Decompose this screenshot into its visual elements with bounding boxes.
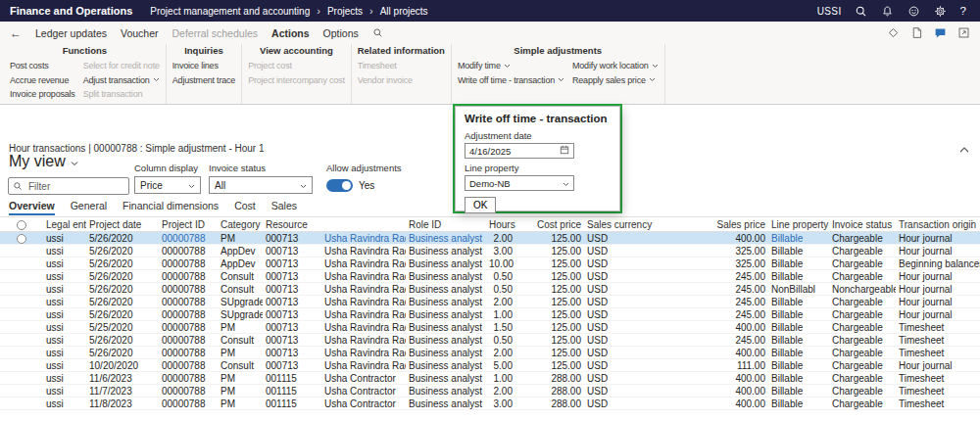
cell-role[interactable]: Business analyst (406, 398, 486, 410)
table-row[interactable]: ussi5/26/202000000788PM000713Usha Ravind… (0, 347, 980, 359)
cell-resource_name[interactable]: Usha Ravindra Rao (321, 321, 406, 334)
column-header-line_property[interactable]: Line property (768, 217, 829, 232)
row-select-circle[interactable] (17, 234, 26, 244)
cell-line_property[interactable]: Billable (768, 359, 829, 372)
tab-ledger-updates[interactable]: Ledger updates (35, 27, 107, 39)
cell-resource_name[interactable]: Usha Ravindra Rao (321, 283, 406, 296)
cell-resource_name[interactable]: Usha Ravindra Rao (321, 347, 406, 359)
row-selector[interactable] (0, 257, 43, 270)
select-all-header[interactable] (0, 217, 43, 232)
cell-resource_name[interactable]: Usha Contractor (321, 385, 406, 398)
cell-project_id[interactable]: 00000788 (159, 308, 218, 321)
settings-icon[interactable] (934, 4, 948, 18)
column-header-category[interactable]: Category (218, 217, 263, 232)
page-title[interactable]: My view (9, 153, 78, 170)
row-selector[interactable] (0, 372, 43, 385)
table-row[interactable]: ussi5/26/202000000788AppDev000713Usha Ra… (0, 245, 980, 257)
ribbon-item-reapply-sales-price[interactable]: Reapply sales price (572, 73, 659, 88)
table-row[interactable]: ussi5/26/202000000788SUpgrades000713Usha… (0, 308, 980, 321)
ribbon-item-accrue-revenue[interactable]: Accrue revenue (10, 73, 75, 88)
column-header-cost_price[interactable]: Cost price (515, 217, 584, 232)
cell-project_id[interactable]: 00000788 (159, 398, 218, 410)
column-header-resource[interactable]: Resource (263, 217, 321, 232)
column-header-project_id[interactable]: Project ID (159, 217, 218, 232)
cell-role[interactable]: Business analyst (406, 321, 486, 334)
row-selector[interactable] (0, 334, 43, 347)
filter-input[interactable] (26, 180, 124, 193)
cell-resource_name[interactable]: Usha Ravindra Rao (321, 296, 406, 308)
cell-role[interactable]: Business analyst (406, 385, 486, 398)
cell-role[interactable]: Business analyst (406, 232, 486, 245)
adjustment-date-input[interactable]: 4/16/2025 (465, 143, 574, 159)
ribbon-item-modify-time[interactable]: Modify time (458, 59, 564, 73)
grid-tab-financial-dimensions[interactable]: Financial dimensions (122, 200, 219, 215)
cell-resource_name[interactable]: Usha Ravindra Rao (321, 257, 406, 270)
cell-line_property[interactable]: Billable (768, 257, 829, 270)
cell-project_id[interactable]: 00000788 (159, 372, 218, 385)
cell-project_id[interactable]: 00000788 (159, 257, 218, 270)
allow-adjustments-toggle[interactable] (326, 179, 353, 192)
row-selector[interactable] (0, 308, 43, 321)
column-header-legal_entity[interactable]: Legal entity (43, 217, 86, 232)
select-all-circle[interactable] (17, 220, 26, 230)
cell-resource_name[interactable]: Usha Ravindra Rao (321, 232, 406, 245)
ribbon-item-post-costs[interactable]: Post costs (10, 59, 75, 73)
notifications-icon[interactable] (881, 4, 895, 18)
grid-tab-overview[interactable]: Overview (9, 200, 55, 215)
tab-actions[interactable]: Actions (271, 27, 310, 39)
breadcrumb-item-projects[interactable]: Projects (327, 6, 363, 17)
ribbon-item-invoice-lines[interactable]: Invoice lines (172, 59, 235, 73)
table-row[interactable]: ussi5/26/202000000788Consult000713Usha R… (0, 270, 980, 283)
column-header-hours[interactable]: Hours (486, 217, 515, 232)
cell-resource_name[interactable]: Usha Ravindra Rao (321, 308, 406, 321)
row-selector[interactable] (0, 398, 43, 410)
cell-resource_name[interactable]: Usha Ravindra Rao (321, 270, 406, 283)
column-header-invoice_status[interactable]: Invoice status (829, 217, 896, 232)
cell-line_property[interactable]: NonBillabl (768, 283, 829, 296)
cell-line_property[interactable]: Billable (768, 334, 829, 347)
row-selector[interactable] (0, 270, 43, 283)
cell-role[interactable]: Business analyst (406, 308, 486, 321)
cell-role[interactable]: Business analyst (406, 296, 486, 308)
cell-project_id[interactable]: 00000788 (159, 334, 218, 347)
cell-line_property[interactable]: Billable (768, 347, 829, 359)
tab-voucher[interactable]: Voucher (121, 27, 159, 39)
cell-line_property[interactable]: Billable (768, 232, 829, 245)
cell-project_id[interactable]: 00000788 (159, 347, 218, 359)
cell-line_property[interactable]: Billable (768, 398, 829, 410)
grid-tab-sales[interactable]: Sales (271, 200, 297, 215)
column-header-sales_price[interactable]: Sales price (670, 217, 768, 232)
cell-line_property[interactable]: Billable (768, 245, 829, 257)
cell-project_id[interactable]: 00000788 (159, 270, 218, 283)
row-selector[interactable] (0, 385, 43, 398)
row-selector[interactable] (0, 296, 43, 308)
column-header-sales_currency[interactable]: Sales currency (584, 217, 670, 232)
header-more-icon[interactable]: ⋮ (967, 218, 977, 229)
messages-icon[interactable] (934, 26, 947, 39)
cell-line_property[interactable]: Billable (768, 321, 829, 334)
table-row[interactable]: ussi5/26/202000000788Consult000713Usha R… (0, 334, 980, 347)
cell-role[interactable]: Business analyst (406, 334, 486, 347)
row-selector[interactable] (0, 347, 43, 359)
cell-project_id[interactable]: 00000788 (159, 385, 218, 398)
table-row[interactable]: ussi10/20/202000000788Consult000713Usha … (0, 359, 980, 372)
action-search-icon[interactable] (372, 27, 383, 38)
table-row[interactable]: ussi5/26/202000000788PM000713Usha Ravind… (0, 232, 980, 245)
ribbon-item-invoice-proposals[interactable]: Invoice proposals (10, 87, 75, 102)
cell-resource_name[interactable]: Usha Ravindra Rao (321, 334, 406, 347)
cell-line_property[interactable]: Billable (768, 385, 829, 398)
table-row[interactable]: ussi5/26/202000000788SUpgrades000713Usha… (0, 296, 980, 308)
cell-role[interactable]: Business analyst (406, 359, 486, 372)
invoice-status-select[interactable]: All (209, 176, 313, 194)
cell-project_id[interactable]: 00000788 (159, 245, 218, 257)
share-icon[interactable] (887, 26, 900, 39)
cell-project_id[interactable]: 00000788 (159, 283, 218, 296)
cell-line_property[interactable]: Billable (768, 372, 829, 385)
table-row[interactable]: ussi11/6/202300000788PM001115Usha Contra… (0, 372, 980, 385)
row-selector[interactable] (0, 232, 43, 245)
grid-tab-cost[interactable]: Cost (234, 200, 256, 215)
cell-project_id[interactable]: 00000788 (159, 321, 218, 334)
column-header-role[interactable]: Role ID (406, 217, 486, 232)
calendar-icon[interactable] (560, 145, 569, 157)
table-row[interactable]: ussi11/8/202300000788PM001115Usha Contra… (0, 398, 980, 410)
